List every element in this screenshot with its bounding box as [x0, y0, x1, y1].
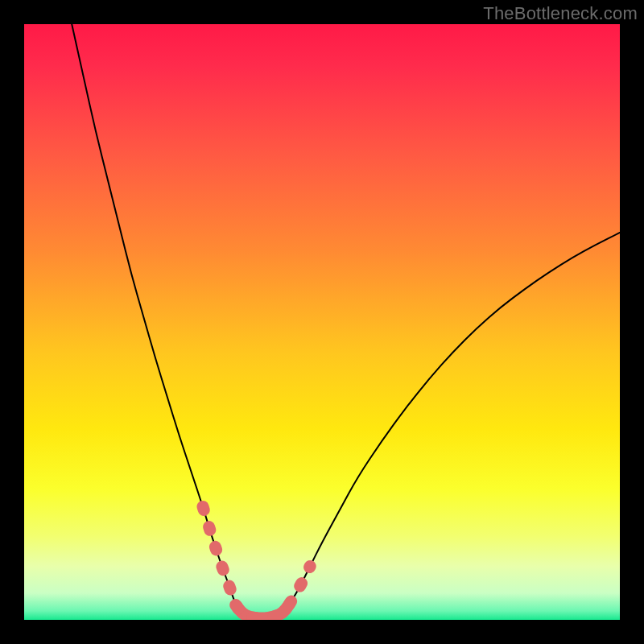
curve-layer [24, 24, 620, 620]
bottleneck-curve [72, 24, 620, 618]
watermark-text: TheBottleneck.com [483, 3, 638, 24]
chart-stage: TheBottleneck.com [0, 0, 644, 644]
valley-highlight [203, 506, 310, 618]
plot-area [24, 24, 620, 620]
